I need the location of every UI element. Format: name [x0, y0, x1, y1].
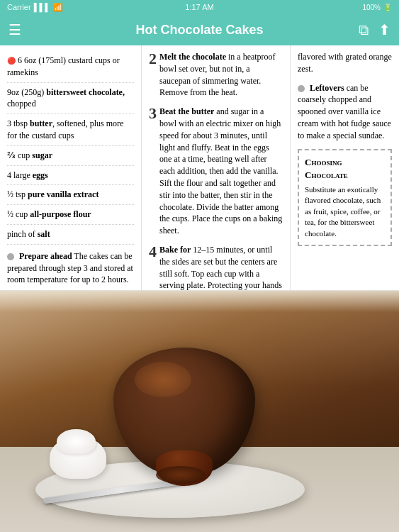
step-4-text: Bake for 12–15 minutes, or until the sid…	[159, 244, 283, 290]
signal-icon: ▌▌▌	[34, 3, 50, 11]
header-right-actions: ⧉ ⬆	[359, 21, 390, 38]
step-3-number: 3	[149, 106, 157, 121]
step-3-detail: and sugar in a bowl with an electric mix…	[159, 106, 282, 235]
top-text: flavored with grated orange zest.	[298, 51, 392, 75]
leftovers-bullet	[298, 85, 305, 92]
page-title: Hot Chocolate Cakes	[135, 23, 263, 38]
ingredient-name-3: sugar	[32, 150, 52, 160]
step-2-text: Melt the chocolate in a heatproof bowl s…	[159, 51, 283, 99]
ingredient-amount-4: 4 large	[7, 170, 33, 180]
leftovers-note: Leftovers can be coarsely chopped and sp…	[298, 82, 392, 142]
steps-column: 2 Melt the chocolate in a heatproof bowl…	[142, 45, 291, 290]
status-time: 1:17 AM	[185, 3, 213, 11]
step-4-bold: Bake for	[159, 245, 191, 255]
ingredient-name-6: all-purpose flour	[30, 209, 91, 219]
step-3-block: 3 Beat the butter and sugar in a bowl wi…	[149, 106, 283, 237]
top-text-content: flavored with grated orange zest.	[298, 52, 392, 74]
ingredient-amount-6: ½ cup	[7, 209, 30, 219]
ingredient-amount-2: 3 tbsp	[7, 118, 30, 128]
step-4-number: 4	[149, 244, 157, 260]
servings-icon: 🔴	[7, 57, 16, 65]
ingredients-column: 🔴 6 6oz (175ml) custard cups or ramekins…	[0, 45, 142, 290]
status-left: Carrier ▌▌▌ 📶	[7, 3, 63, 12]
step-3-bold: Beat the butter	[159, 106, 214, 116]
ingredient-name-4: eggs	[33, 170, 48, 180]
status-right: 100% 🔋	[362, 4, 392, 11]
ingredient-vanilla: ½ tsp pure vanilla extract	[7, 185, 134, 205]
ingredient-amount-3: ⅔ cup	[7, 150, 32, 160]
step-3-text: Beat the butter and sugar in a bowl with…	[159, 106, 283, 237]
servings-item: 🔴 6 6oz (175ml) custard cups or ramekins	[7, 51, 134, 83]
ingredient-name-7: salt	[38, 229, 50, 239]
carrier-label: Carrier	[7, 3, 31, 11]
prepare-ahead-bullet	[7, 253, 14, 260]
ingredient-eggs: 4 large eggs	[7, 166, 134, 186]
tips-column: flavored with grated orange zest. Leftov…	[291, 45, 399, 290]
ingredient-name-1: bittersweet chocolate,	[46, 87, 125, 97]
share-icon[interactable]: ⬆	[378, 21, 390, 38]
header-left-actions: ☰	[9, 21, 21, 38]
leftovers-label: Leftovers	[310, 83, 344, 93]
choosing-chocolate-text: Substitute an exotically flavored chocol…	[305, 184, 385, 239]
step-2-bold: Melt the chocolate	[159, 52, 226, 62]
ingredient-flour: ½ cup all-purpose flour	[7, 205, 134, 225]
menu-icon[interactable]: ☰	[9, 21, 21, 38]
step-2-number: 2	[149, 51, 157, 67]
status-bar: Carrier ▌▌▌ 📶 1:17 AM 100% 🔋	[0, 0, 399, 14]
ingredient-amount-1: 9oz (250g)	[7, 87, 46, 97]
choosing-chocolate-box: Choosing Chocolate Substitute an exotica…	[298, 149, 392, 246]
prepare-ahead-label: Prepare ahead	[19, 251, 72, 261]
ingredient-sugar: ⅔ cup sugar	[7, 146, 134, 166]
main-content: 🔴 6 6oz (175ml) custard cups or ramekins…	[0, 45, 399, 291]
prepare-ahead-note: Prepare ahead The cakes can be prepared …	[7, 250, 134, 286]
ingredient-name-5: pure vanilla extract	[28, 189, 99, 199]
ingredient-butter: 3 tbsp butter, softened, plus more for t…	[7, 114, 134, 146]
ingredient-salt: pinch of salt	[7, 225, 134, 245]
battery-label: 100%	[362, 4, 381, 11]
wifi-icon: 📶	[53, 3, 63, 12]
whipped-cream	[50, 436, 106, 479]
ingredient-name-2: butter	[30, 118, 52, 128]
step-4-block: 4 Bake for 12–15 minutes, or until the s…	[149, 244, 283, 290]
recipe-photo	[0, 291, 399, 532]
cream-top	[57, 429, 96, 454]
servings-text: 6 6oz (175ml) custard cups or ramekins	[7, 55, 120, 77]
chocolate-puddle	[156, 466, 206, 484]
cake-scene	[0, 291, 399, 532]
battery-icon: 🔋	[383, 4, 392, 11]
header: ☰ Hot Chocolate Cakes ⧉ ⬆	[0, 14, 399, 45]
cake-highlight	[135, 362, 191, 397]
ingredient-chocolate: 9oz (250g) bittersweet chocolate, choppe…	[7, 83, 134, 115]
step-2-block: 2 Melt the chocolate in a heatproof bowl…	[149, 51, 283, 99]
ingredient-amount-5: ½ tsp	[7, 189, 28, 199]
ingredient-amount-7: pinch of	[7, 229, 38, 239]
copy-icon[interactable]: ⧉	[359, 22, 369, 38]
choosing-chocolate-title: Choosing Chocolate	[305, 156, 385, 182]
